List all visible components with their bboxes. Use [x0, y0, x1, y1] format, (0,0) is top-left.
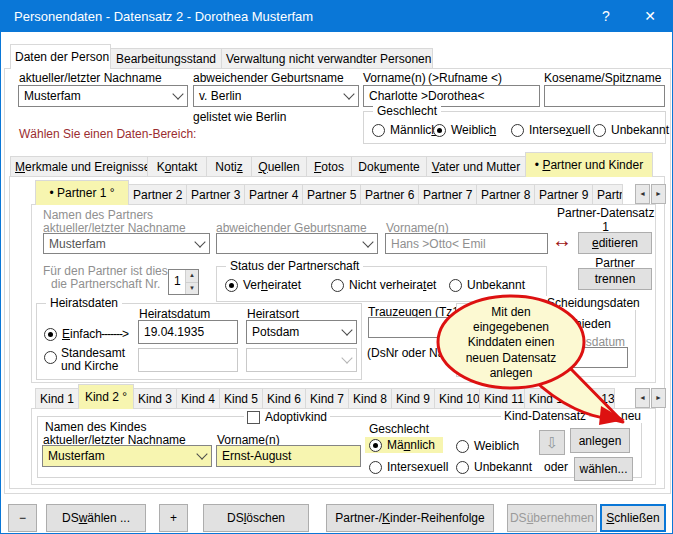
- vorname-label: Vorname(n): [363, 71, 426, 85]
- radio-kind-intersexuell[interactable]: Intersexuell: [369, 460, 448, 474]
- bubble-line: eingegebenen: [446, 320, 576, 335]
- tab-kind-8[interactable]: Kind 8: [348, 388, 392, 409]
- heiratsdatum2-input-disabled: [138, 348, 238, 372]
- reihenfolge-button[interactable]: Partner-/Kinder-Reihenfolge: [326, 504, 494, 532]
- daten-bereich-prompt: Wählen Sie einen Daten-Bereich:: [19, 127, 196, 141]
- tab-kind-4[interactable]: Kind 4: [176, 388, 220, 409]
- radio-kind-unbekannt[interactable]: Unbekannt: [456, 460, 532, 474]
- radio-label: Unbekannt: [474, 460, 532, 474]
- tab-partner-4[interactable]: Partner 4: [244, 184, 303, 205]
- tab-kontakt[interactable]: Kontakt: [147, 156, 207, 177]
- radio-person-maennlich[interactable]: Männlich: [372, 123, 438, 137]
- tab-dokumente[interactable]: Dokumente: [351, 156, 427, 177]
- personendaten-dialog: Personendaten - Datensatz 2 - Dorothea M…: [0, 0, 673, 534]
- kind-tab-scroll-right-icon[interactable]: ►: [651, 388, 666, 408]
- bubble-line: anlegen: [446, 366, 576, 381]
- partner-tab-scroll-left-icon[interactable]: ◄: [635, 184, 650, 204]
- chevron-down-icon: [194, 236, 205, 247]
- close-icon[interactable]: ✕: [628, 1, 672, 32]
- trennen-button[interactable]: trennen: [578, 268, 652, 290]
- radio-kind-weiblich[interactable]: Weiblich: [456, 439, 519, 453]
- editieren-button[interactable]: editieren: [578, 232, 652, 254]
- radio-kind-maennlich[interactable]: Männlich: [365, 437, 443, 453]
- tab-daten-der-person[interactable]: Daten der Person: [10, 44, 111, 69]
- kind-vorname-input[interactable]: Ernst-August: [216, 445, 361, 467]
- heiratsdatum-input[interactable]: 19.04.1935: [138, 320, 238, 344]
- partner-tab-scroll-right-icon[interactable]: ►: [651, 184, 666, 204]
- schliessen-button[interactable]: Schließen: [600, 504, 666, 532]
- kosename-input[interactable]: [544, 85, 665, 107]
- tab-partner-9[interactable]: Partner 9: [534, 184, 593, 205]
- ds-uebernehmen-button[interactable]: DS übernehmen: [507, 504, 597, 532]
- partner-nachname-value: Musterfam: [49, 237, 106, 251]
- tab-merkmale[interactable]: Merkmale und Ereignisse: [10, 156, 148, 177]
- partnerschaft-nr-stepper[interactable]: 1 ▲ ▼: [168, 269, 199, 295]
- partner-header: Namen des Partners: [43, 208, 153, 222]
- nachname-value: Musterfam: [24, 89, 81, 103]
- partner-datensatz-label: Partner-Datensatz: [557, 206, 654, 220]
- tab-partner-2[interactable]: Partner 2: [128, 184, 187, 205]
- rufname-label: (>Rufname <): [428, 71, 502, 85]
- tab-partner-1[interactable]: • Partner 1 °: [35, 180, 129, 205]
- tab-partner-8[interactable]: Partner 8: [476, 184, 535, 205]
- tab-kind-6[interactable]: Kind 6: [262, 388, 306, 409]
- radio-person-intersexuell[interactable]: Intersexuell: [511, 123, 590, 137]
- partner-geburtsname-combobox[interactable]: [216, 233, 378, 254]
- radio-einfach[interactable]: Einfach: [44, 327, 102, 341]
- adoptivkind-checkbox[interactable]: Adoptivkind: [244, 410, 330, 424]
- status-label: Status der Partnerschaft: [226, 259, 363, 273]
- radio-label: Männlich: [387, 438, 435, 452]
- spinner-up-icon[interactable]: ▲: [186, 270, 198, 282]
- tab-partner-10-clipped[interactable]: Partner: [592, 184, 623, 205]
- nachname-label: aktueller/letzter Nachname: [19, 71, 162, 85]
- tab-notiz[interactable]: Notiz: [206, 156, 252, 177]
- tab-fotos[interactable]: Fotos: [306, 156, 352, 177]
- ds-plus-button[interactable]: +: [159, 504, 188, 532]
- bubble-line: neuen Datensatz: [446, 351, 576, 366]
- radio-label: Weiblich: [451, 123, 496, 137]
- radio-circle: [44, 351, 57, 364]
- radio-person-unbekannt[interactable]: Unbekannt: [593, 123, 669, 137]
- radio-circle: [372, 124, 385, 137]
- partner-vorname-input[interactable]: Hans >Otto< Emil: [385, 233, 548, 254]
- geburtsname-label: abweichender Geburtsname: [193, 71, 344, 85]
- radio-label: Unbekannt: [611, 123, 669, 137]
- tab-partner-6[interactable]: Partner 6: [360, 184, 419, 205]
- tab-kind-1[interactable]: Kind 1: [35, 388, 79, 409]
- tab-vater-und-mutter[interactable]: Vater und Mutter: [426, 156, 526, 177]
- radio-standesamt[interactable]: [44, 351, 57, 364]
- heiratsort-combobox[interactable]: Potsdam: [246, 320, 357, 344]
- spinner-down-icon[interactable]: ▼: [186, 282, 198, 295]
- ds-minus-button[interactable]: −: [8, 504, 37, 532]
- tab-bearbeitungsstand[interactable]: Bearbeitungsstand: [110, 48, 222, 69]
- tab-partner-7[interactable]: Partner 7: [418, 184, 477, 205]
- tab-kind-7[interactable]: Kind 7: [305, 388, 349, 409]
- partner-nachname-combobox[interactable]: Musterfam: [43, 233, 210, 254]
- ds-loeschen-button[interactable]: DS löschen: [203, 504, 309, 532]
- radio-verheiratet[interactable]: Verheiratet: [225, 278, 301, 292]
- tab-partner-und-kinder[interactable]: • Partner und Kinder: [525, 152, 653, 177]
- tab-partner-5[interactable]: Partner 5: [302, 184, 361, 205]
- waehlen-button[interactable]: wählen...: [574, 457, 633, 481]
- partnerschaft-nr-value: 1: [169, 270, 185, 294]
- radio-person-weiblich[interactable]: Weiblich: [433, 123, 496, 137]
- kosename-label: Kosename/Spitzname: [544, 71, 661, 85]
- heiratsdatum-value: 19.04.1935: [144, 325, 204, 339]
- radio-circle-selected: [44, 328, 57, 341]
- chevron-down-icon: [343, 88, 354, 99]
- radio-circle: [511, 124, 524, 137]
- radio-label: Weiblich: [474, 439, 519, 453]
- tab-kind-2[interactable]: Kind 2 °: [78, 384, 134, 409]
- tab-quellen[interactable]: Quellen: [251, 156, 307, 177]
- chevron-down-icon: [196, 448, 207, 459]
- tab-kind-5[interactable]: Kind 5: [219, 388, 263, 409]
- tab-partner-3[interactable]: Partner 3: [186, 184, 245, 205]
- geburtsname-combobox[interactable]: v. Berlin: [193, 85, 359, 107]
- tab-kind-3[interactable]: Kind 3: [133, 388, 177, 409]
- tab-verwaltung[interactable]: Verwaltung nicht verwandter Personen: [221, 48, 433, 69]
- help-icon[interactable]: ?: [584, 1, 628, 32]
- radio-circle: [593, 124, 606, 137]
- kind-nachname-combobox[interactable]: Musterfam: [42, 445, 212, 467]
- ds-waehlen-button[interactable]: DS wählen ...: [46, 504, 146, 532]
- nachname-combobox[interactable]: Musterfam: [18, 85, 188, 107]
